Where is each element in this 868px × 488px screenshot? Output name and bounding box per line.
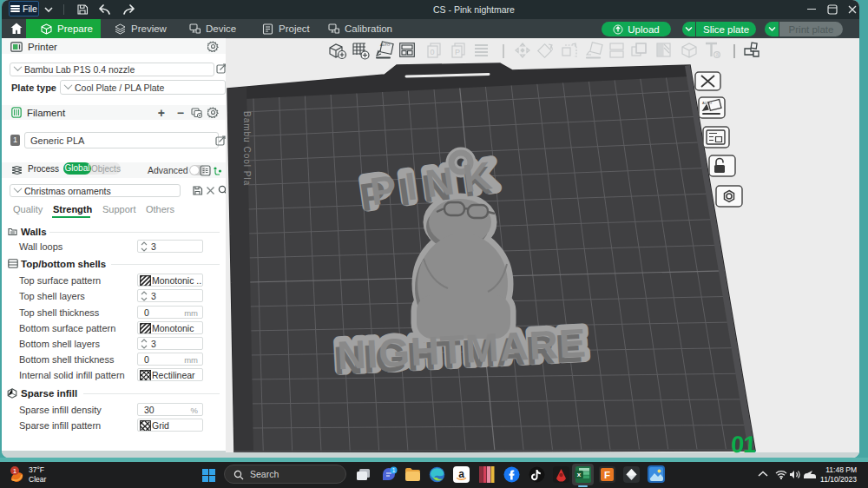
svg-text:AUTO: AUTO xyxy=(380,43,390,47)
svg-text:0: 0 xyxy=(431,48,435,56)
svg-text:a: a xyxy=(716,51,720,57)
svg-text:x: x xyxy=(577,471,582,478)
svg-text:P: P xyxy=(455,48,460,56)
svg-text:AUTO: AUTO xyxy=(702,101,712,105)
svg-text:a: a xyxy=(458,468,464,480)
svg-text:1: 1 xyxy=(392,467,396,473)
svg-text:F: F xyxy=(604,470,610,480)
svg-text:1: 1 xyxy=(13,467,17,475)
